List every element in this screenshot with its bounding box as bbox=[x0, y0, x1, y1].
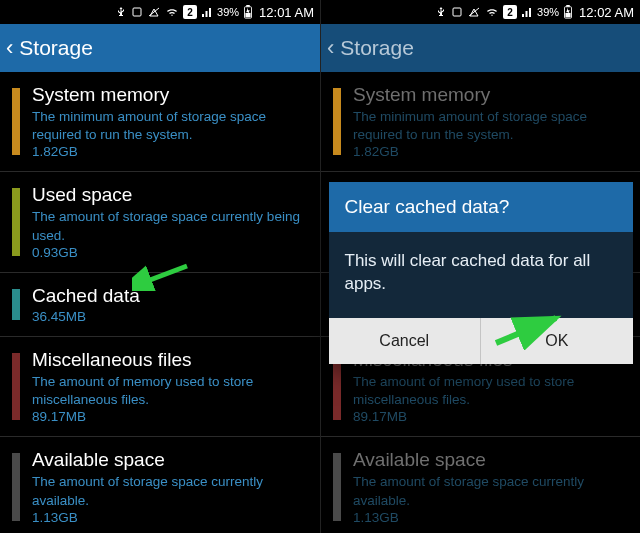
item-miscellaneous[interactable]: Miscellaneous files The amount of memory… bbox=[0, 337, 320, 437]
item-used-space[interactable]: Used space The amount of storage space c… bbox=[0, 172, 320, 272]
svg-rect-5 bbox=[453, 8, 461, 16]
page-title: Storage bbox=[19, 36, 93, 60]
item-title: Cached data bbox=[32, 285, 306, 307]
battery-percent: 39% bbox=[537, 6, 559, 18]
page-title: Storage bbox=[340, 36, 414, 60]
clock: 12:01 AM bbox=[259, 5, 314, 20]
item-desc: The amount of storage space currently av… bbox=[32, 473, 306, 509]
color-swatch bbox=[12, 353, 20, 420]
item-desc: The amount of storage space currently be… bbox=[32, 208, 306, 244]
clock: 12:02 AM bbox=[579, 5, 634, 20]
signal-icon bbox=[201, 6, 213, 18]
item-title: Used space bbox=[32, 184, 306, 206]
back-icon[interactable]: ‹ bbox=[6, 35, 13, 61]
back-icon[interactable]: ‹ bbox=[327, 35, 334, 61]
item-available-space[interactable]: Available space The amount of storage sp… bbox=[0, 437, 320, 533]
dialog-body: This will clear cached data for all apps… bbox=[329, 232, 633, 318]
clear-cache-dialog: Clear cached data? This will clear cache… bbox=[329, 182, 633, 364]
wifi-icon bbox=[485, 6, 499, 18]
battery-icon bbox=[243, 5, 253, 19]
dialog-overlay: Clear cached data? This will clear cache… bbox=[321, 72, 640, 533]
usb-icon bbox=[115, 6, 127, 18]
svg-rect-0 bbox=[133, 8, 141, 16]
svg-rect-2 bbox=[246, 5, 250, 7]
color-swatch bbox=[12, 88, 20, 155]
phone-left: 2 39% 12:01 AM ‹ Storage System memory T… bbox=[0, 0, 320, 533]
cancel-button[interactable]: Cancel bbox=[329, 318, 481, 364]
storage-list: System memory The minimum amount of stor… bbox=[0, 72, 320, 533]
battery-icon bbox=[563, 5, 573, 19]
item-size: 89.17MB bbox=[32, 409, 306, 424]
item-title: Miscellaneous files bbox=[32, 349, 306, 371]
sim-badge: 2 bbox=[183, 5, 197, 19]
no-sim-icon bbox=[467, 6, 481, 18]
svg-rect-7 bbox=[566, 5, 570, 7]
color-swatch bbox=[12, 289, 20, 320]
item-desc: The minimum amount of storage space requ… bbox=[32, 108, 306, 144]
screenshot-icon bbox=[451, 6, 463, 18]
no-sim-icon bbox=[147, 6, 161, 18]
item-size: 0.93GB bbox=[32, 245, 306, 260]
status-bar: 2 39% 12:02 AM bbox=[321, 0, 640, 24]
sim-badge: 2 bbox=[503, 5, 517, 19]
ok-button[interactable]: OK bbox=[480, 318, 633, 364]
signal-icon bbox=[521, 6, 533, 18]
usb-icon bbox=[435, 6, 447, 18]
item-title: System memory bbox=[32, 84, 306, 106]
phone-right: 2 39% 12:02 AM ‹ Storage System memory T… bbox=[320, 0, 640, 533]
color-swatch bbox=[12, 188, 20, 255]
status-bar: 2 39% 12:01 AM bbox=[0, 0, 320, 24]
wifi-icon bbox=[165, 6, 179, 18]
dialog-title: Clear cached data? bbox=[329, 182, 633, 232]
color-swatch bbox=[12, 453, 20, 520]
item-size: 1.82GB bbox=[32, 144, 306, 159]
item-title: Available space bbox=[32, 449, 306, 471]
item-size: 1.13GB bbox=[32, 510, 306, 525]
item-system-memory[interactable]: System memory The minimum amount of stor… bbox=[0, 72, 320, 172]
dialog-buttons: Cancel OK bbox=[329, 318, 633, 364]
item-size: 36.45MB bbox=[32, 309, 306, 324]
item-cached-data[interactable]: Cached data 36.45MB bbox=[0, 273, 320, 337]
title-bar: ‹ Storage bbox=[321, 24, 640, 72]
screenshot-icon bbox=[131, 6, 143, 18]
battery-percent: 39% bbox=[217, 6, 239, 18]
title-bar: ‹ Storage bbox=[0, 24, 320, 72]
item-desc: The amount of memory used to store misce… bbox=[32, 373, 306, 409]
